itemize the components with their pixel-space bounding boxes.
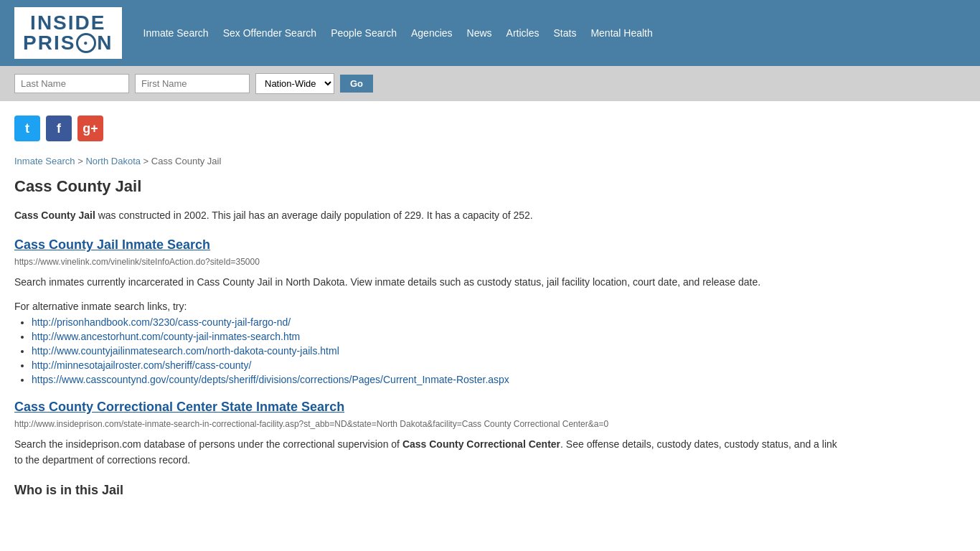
nav-item-stats[interactable]: Stats <box>554 27 577 39</box>
list-item: http://www.ancestorhunt.com/county-jail-… <box>32 331 847 342</box>
search-bar: Nation-Wide Go <box>0 66 980 101</box>
page-intro: Cass County Jail was constructed in 2002… <box>14 207 847 223</box>
alt-links-label: For alternative inmate search links, try… <box>14 301 847 312</box>
list-item: http://minnesotajailroster.com/sheriff/c… <box>32 359 847 371</box>
alt-links-list: http://prisonhandbook.com/3230/cass-coun… <box>14 316 847 385</box>
main-nav: Inmate SearchSex Offender SearchPeople S… <box>143 27 653 39</box>
alt-link[interactable]: https://www.casscountynd.gov/county/dept… <box>32 374 509 385</box>
list-item: https://www.casscountynd.gov/county/dept… <box>32 374 847 385</box>
twitter-icon: t <box>25 121 29 136</box>
facebook-share-button[interactable]: f <box>46 116 72 141</box>
first-name-input[interactable] <box>135 74 250 93</box>
main-content: t f g+ Inmate Search > North Dakota > Ca… <box>0 101 861 512</box>
logo-prison-text: PRIS <box>23 33 75 53</box>
section2-desc-bold: Cass County Correctional Center <box>402 438 560 450</box>
section1-desc: Search inmates currently incarcerated in… <box>14 274 847 290</box>
breadcrumb-north-dakota[interactable]: North Dakota <box>85 156 141 166</box>
intro-text: was constructed in 2002. This jail has a… <box>98 209 533 221</box>
breadcrumb-separator1: > <box>77 156 85 166</box>
nav-item-news[interactable]: News <box>467 27 492 39</box>
alt-link[interactable]: http://www.ancestorhunt.com/county-jail-… <box>32 331 300 342</box>
facebook-icon: f <box>57 121 61 136</box>
section3-title: Who is in this Jail <box>14 483 847 498</box>
section-correctional-center: Cass County Correctional Center State In… <box>14 400 847 468</box>
alt-link[interactable]: http://minnesotajailroster.com/sheriff/c… <box>32 359 251 371</box>
breadcrumb-inmate-search[interactable]: Inmate Search <box>14 156 75 166</box>
nav-item-sex-offender-search[interactable]: Sex Offender Search <box>223 27 316 39</box>
alt-link[interactable]: http://prisonhandbook.com/3230/cass-coun… <box>32 316 291 328</box>
list-item: http://www.countyjailinmatesearch.com/no… <box>32 345 847 357</box>
breadcrumb-separator2: > <box>143 156 151 166</box>
nav-item-inmate-search[interactable]: Inmate Search <box>143 27 209 39</box>
logo-line1: INSIDE <box>23 13 113 33</box>
logo-line2: PRIS ● N <box>23 33 113 53</box>
section1-title-link[interactable]: Cass County Jail Inmate Search <box>14 237 847 253</box>
googleplus-icon: g+ <box>83 121 98 136</box>
nav-item-agencies[interactable]: Agencies <box>411 27 453 39</box>
social-icons: t f g+ <box>14 116 847 141</box>
page-title: Cass County Jail <box>14 177 847 196</box>
section2-desc: Search the insideprison.com database of … <box>14 436 847 468</box>
intro-bold: Cass County Jail <box>14 209 95 221</box>
section2-title-link[interactable]: Cass County Correctional Center State In… <box>14 400 847 415</box>
site-logo[interactable]: INSIDE PRIS ● N <box>14 7 122 59</box>
section2-desc-prefix: Search the insideprison.com database of … <box>14 438 402 450</box>
section2-url: http://www.insideprison.com/state-inmate… <box>14 419 847 429</box>
googleplus-share-button[interactable]: g+ <box>77 116 103 141</box>
nav-item-mental-health[interactable]: Mental Health <box>590 27 652 39</box>
twitter-share-button[interactable]: t <box>14 116 40 141</box>
nav-item-people-search[interactable]: People Search <box>331 27 397 39</box>
site-header: INSIDE PRIS ● N Inmate SearchSex Offende… <box>0 0 980 66</box>
breadcrumb: Inmate Search > North Dakota > Cass Coun… <box>14 156 847 166</box>
last-name-input[interactable] <box>14 74 129 93</box>
alt-link[interactable]: http://www.countyjailinmatesearch.com/no… <box>32 345 339 357</box>
logo-o-icon: ● <box>76 33 96 53</box>
nav-item-articles[interactable]: Articles <box>507 27 540 39</box>
breadcrumb-current: Cass County Jail <box>151 156 222 166</box>
section-jail-inmate-search: Cass County Jail Inmate Search https://w… <box>14 237 847 385</box>
section1-url: https://www.vinelink.com/vinelink/siteIn… <box>14 257 847 267</box>
location-select[interactable]: Nation-Wide <box>255 73 334 94</box>
logo-n-text: N <box>97 33 113 53</box>
go-button[interactable]: Go <box>340 75 373 93</box>
list-item: http://prisonhandbook.com/3230/cass-coun… <box>32 316 847 328</box>
